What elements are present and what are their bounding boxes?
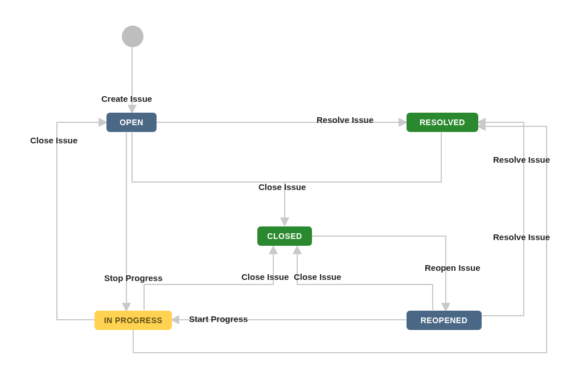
state-resolved: RESOLVED: [407, 113, 478, 132]
edge-resolve-from-reopened: [478, 122, 524, 316]
state-reopened: REOPENED: [407, 311, 482, 330]
label-resolve-from-reopened: Resolve Issue: [493, 232, 550, 242]
state-closed: CLOSED: [257, 226, 312, 246]
label-create-issue: Create Issue: [101, 94, 152, 104]
label-start-progress-from-reopened: Start Progress: [189, 314, 248, 324]
label-close-from-in-progress: Close Issue: [241, 272, 289, 282]
state-in-progress: IN PROGRESS: [95, 311, 172, 330]
label-stop-progress: Close Issue: [30, 135, 77, 145]
state-open: OPEN: [106, 113, 157, 132]
label-close-from-reopened: Close Issue: [294, 272, 341, 282]
edges-layer: [0, 0, 583, 392]
label-resolve-from-in-progress: Resolve Issue: [493, 155, 550, 164]
workflow-diagram: OPEN RESOLVED CLOSED IN PROGRESS REOPENE…: [0, 0, 583, 392]
label-reopen-issue: Reopen Issue: [425, 263, 481, 273]
edge-close-from-resolved: [285, 133, 441, 182]
label-resolve-from-open: Resolve Issue: [317, 115, 373, 125]
edge-stop-progress: [57, 122, 106, 320]
label-start-progress-from-open: Stop Progress: [104, 273, 163, 283]
label-close-from-open: Close Issue: [258, 182, 306, 192]
edge-close-from-open: [132, 133, 285, 225]
start-node: [122, 26, 143, 47]
